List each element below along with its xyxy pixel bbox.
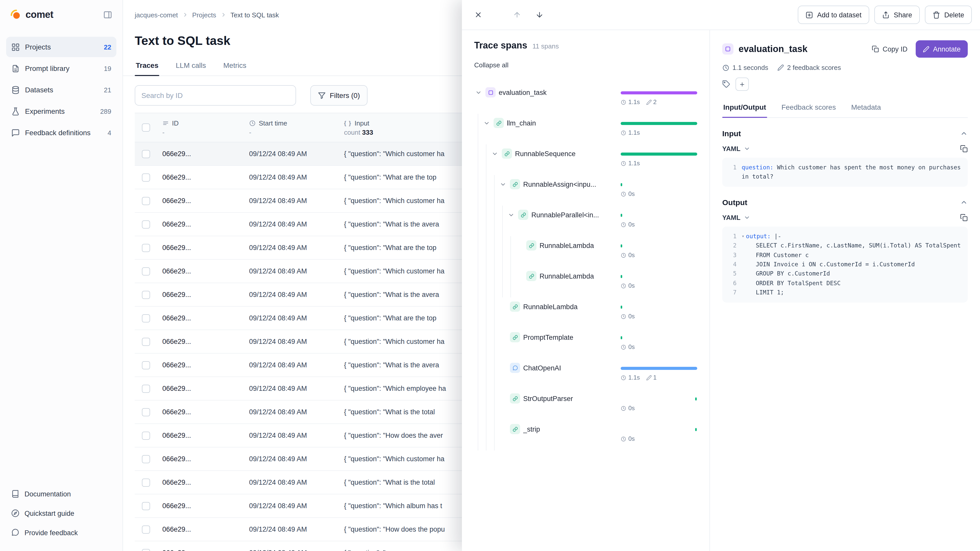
tab-traces[interactable]: Traces xyxy=(135,56,159,76)
select-all-checkbox[interactable] xyxy=(142,124,150,132)
delete-button[interactable]: Delete xyxy=(925,6,972,24)
arrow-down-icon[interactable] xyxy=(531,6,548,23)
row-checkbox[interactable] xyxy=(142,220,150,228)
breadcrumb-item[interactable]: jacques-comet xyxy=(135,11,178,19)
span-row-runnablelambda[interactable]: RunnableLambda0s xyxy=(462,297,710,328)
trace-id-link[interactable]: 066e29... xyxy=(162,502,191,510)
trace-id-link[interactable]: 066e29... xyxy=(162,291,191,299)
span-row-runnablelambda[interactable]: RunnableLambda0s xyxy=(462,236,710,267)
row-checkbox[interactable] xyxy=(142,549,150,551)
trace-id-link[interactable]: 066e29... xyxy=(162,267,191,275)
tab-metrics[interactable]: Metrics xyxy=(222,56,247,76)
row-checkbox[interactable] xyxy=(142,478,150,486)
span-label[interactable]: llm_chain xyxy=(507,119,536,127)
trace-id-link[interactable]: 066e29... xyxy=(162,314,191,322)
span-row-runnablesequence[interactable]: RunnableSequence1.1s xyxy=(462,144,710,175)
sidebar-item-projects[interactable]: Projects22 xyxy=(6,37,116,57)
trace-id-link[interactable]: 066e29... xyxy=(162,549,191,551)
output-code-block[interactable]: 1▾output: |-2 SELECT c.FirstName, c.Last… xyxy=(722,227,968,302)
column-header-id[interactable]: ID- xyxy=(157,113,244,142)
add-tag-button[interactable] xyxy=(735,78,749,91)
search-input[interactable] xyxy=(135,85,296,106)
comet-logo[interactable]: comet xyxy=(10,9,53,21)
copy-input-icon[interactable] xyxy=(960,145,968,152)
input-section-header[interactable]: Input xyxy=(722,129,968,138)
span-label[interactable]: PromptTemplate xyxy=(523,333,573,341)
span-row-runnablelambda[interactable]: RunnableLambda0s xyxy=(462,267,710,297)
sidebar-footer-documentation[interactable]: Documentation xyxy=(6,485,116,503)
close-icon[interactable] xyxy=(470,6,487,23)
span-row-evaluation_task[interactable]: evaluation_task1.1s2 xyxy=(462,83,710,114)
trace-id-link[interactable]: 066e29... xyxy=(162,221,191,228)
trace-id-link[interactable]: 066e29... xyxy=(162,244,191,251)
row-checkbox[interactable] xyxy=(142,455,150,463)
output-format-select[interactable]: YAML xyxy=(722,214,750,221)
add-to-dataset-button[interactable]: Add to dataset xyxy=(798,6,869,24)
trace-id-link[interactable]: 066e29... xyxy=(162,361,191,369)
span-label[interactable]: evaluation_task xyxy=(499,89,547,96)
input-code-block[interactable]: 1question: Which customer has spent the … xyxy=(722,158,968,187)
sidebar-item-experiments[interactable]: Experiments289 xyxy=(6,101,116,121)
span-label[interactable]: _strip xyxy=(523,425,540,433)
sidebar-footer-provide-feedback[interactable]: Provide feedback xyxy=(6,524,116,542)
share-button[interactable]: Share xyxy=(874,6,920,24)
span-row-prompttemplate[interactable]: PromptTemplate0s xyxy=(462,328,710,359)
trace-id-link[interactable]: 066e29... xyxy=(162,526,191,533)
trace-id-link[interactable]: 066e29... xyxy=(162,385,191,392)
row-checkbox[interactable] xyxy=(142,150,150,158)
trace-id-link[interactable]: 066e29... xyxy=(162,338,191,345)
span-row-runnableassigninpu[interactable]: RunnableAssign<inpu...0s xyxy=(462,175,710,206)
span-row-llm_chain[interactable]: llm_chain1.1s xyxy=(462,114,710,144)
span-label[interactable]: RunnableSequence xyxy=(515,150,576,157)
span-toggle[interactable] xyxy=(474,88,482,97)
sidebar-footer-quickstart-guide[interactable]: Quickstart guide xyxy=(6,504,116,522)
row-checkbox[interactable] xyxy=(142,384,150,392)
span-row-runnableparallelin[interactable]: RunnableParallel<in...0s xyxy=(462,206,710,236)
sidebar-item-datasets[interactable]: Datasets21 xyxy=(6,79,116,100)
row-checkbox[interactable] xyxy=(142,173,150,181)
filters-button[interactable]: Filters (0) xyxy=(310,85,368,106)
breadcrumb-item[interactable]: Projects xyxy=(192,11,216,19)
trace-id-link[interactable]: 066e29... xyxy=(162,432,191,439)
row-checkbox[interactable] xyxy=(142,338,150,346)
trace-id-link[interactable]: 066e29... xyxy=(162,408,191,416)
sidebar-item-feedback-definitions[interactable]: Feedback definitions4 xyxy=(6,122,116,143)
row-checkbox[interactable] xyxy=(142,502,150,510)
row-checkbox[interactable] xyxy=(142,197,150,205)
span-label[interactable]: RunnableParallel<in... xyxy=(531,211,599,219)
span-toggle[interactable] xyxy=(482,119,490,127)
chevron-up-icon[interactable] xyxy=(960,198,968,206)
input-format-select[interactable]: YAML xyxy=(722,145,750,152)
row-checkbox[interactable] xyxy=(142,431,150,440)
row-checkbox[interactable] xyxy=(142,267,150,275)
span-toggle[interactable] xyxy=(499,180,507,188)
row-checkbox[interactable] xyxy=(142,314,150,322)
annotate-button[interactable]: Annotate xyxy=(916,40,968,58)
span-row-_strip[interactable]: _strip0s xyxy=(462,420,710,451)
detail-tab-feedback-scores[interactable]: Feedback scores xyxy=(780,98,837,118)
detail-tab-metadata[interactable]: Metadata xyxy=(850,98,882,118)
span-toggle[interactable] xyxy=(490,149,499,158)
column-header-start-time[interactable]: Start time- xyxy=(244,113,339,142)
row-checkbox[interactable] xyxy=(142,361,150,369)
trace-id-link[interactable]: 066e29... xyxy=(162,173,191,181)
span-toggle[interactable] xyxy=(507,211,515,219)
sidebar-item-prompt-library[interactable]: Prompt library19 xyxy=(6,58,116,79)
span-label[interactable]: RunnableLambda xyxy=(539,272,594,280)
arrow-up-icon[interactable] xyxy=(509,6,525,23)
row-checkbox[interactable] xyxy=(142,291,150,299)
chevron-up-icon[interactable] xyxy=(960,130,968,137)
span-label[interactable]: RunnableLambda xyxy=(523,303,578,310)
span-label[interactable]: RunnableLambda xyxy=(539,241,594,249)
output-section-header[interactable]: Output xyxy=(722,198,968,206)
trace-id-link[interactable]: 066e29... xyxy=(162,478,191,486)
sidebar-collapse-icon[interactable] xyxy=(103,10,112,19)
span-label[interactable]: ChatOpenAI xyxy=(523,364,561,372)
trace-id-link[interactable]: 066e29... xyxy=(162,455,191,463)
row-checkbox[interactable] xyxy=(142,408,150,416)
span-label[interactable]: StrOutputParser xyxy=(523,395,573,402)
fold-caret-icon[interactable]: ▾ xyxy=(741,233,745,240)
span-row-stroutputparser[interactable]: StrOutputParser0s xyxy=(462,389,710,420)
tab-llm-calls[interactable]: LLM calls xyxy=(175,56,207,76)
copy-output-icon[interactable] xyxy=(960,214,968,221)
